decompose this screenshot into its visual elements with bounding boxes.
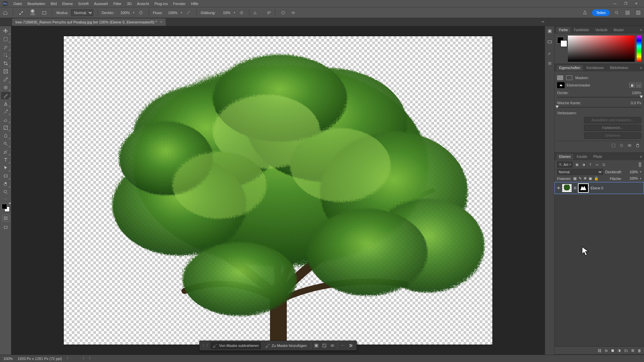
edit-toolbar-button[interactable]: ⋯ xyxy=(1,196,10,201)
delete-layer-icon[interactable]: 🗑 xyxy=(638,349,641,353)
lock-all-icon[interactable]: 🔒 xyxy=(594,176,599,181)
tab-ebenen[interactable]: Ebenen xyxy=(556,154,573,160)
eyedropper-tool[interactable] xyxy=(1,76,10,83)
panel-menu-button[interactable]: ≡ xyxy=(640,155,642,159)
dock-icon-1[interactable] xyxy=(547,28,553,34)
zoom-level[interactable]: 100% xyxy=(3,357,13,361)
blur-tool[interactable] xyxy=(1,132,10,139)
layer-opacity-value[interactable] xyxy=(624,170,638,174)
invert-button[interactable]: Umkehren xyxy=(584,132,641,139)
layer-filter-toggle[interactable] xyxy=(639,162,641,167)
select-and-mask-button[interactable]: Auswählen und maskieren... xyxy=(584,117,641,123)
menu-3d[interactable]: 3D xyxy=(124,2,134,6)
mask-overlay-toggle[interactable] xyxy=(313,343,319,349)
toolbar-settings-button[interactable] xyxy=(348,343,354,349)
apply-mask-icon[interactable] xyxy=(619,143,624,148)
tab-farbfelder[interactable]: Farbfelder xyxy=(571,27,592,33)
disable-mask-icon[interactable] xyxy=(627,143,632,148)
smoothing-value[interactable]: 10% xyxy=(218,11,230,15)
layer-visibility-toggle[interactable]: 👁 xyxy=(556,186,561,190)
lock-artboard-icon[interactable]: ▣ xyxy=(589,176,592,181)
add-to-mask-button[interactable]: Zu Maske hinzufügen xyxy=(263,342,309,349)
layer-mask-thumbnail[interactable] xyxy=(579,184,588,192)
share-button[interactable]: Teilen xyxy=(592,9,610,16)
opacity-pressure-button[interactable] xyxy=(137,9,145,16)
quick-mask-toggle[interactable] xyxy=(2,215,9,222)
menu-datei[interactable]: Datei xyxy=(11,2,25,6)
lasso-tool[interactable] xyxy=(1,44,10,51)
layer-filter-kind[interactable]: Art ▾ xyxy=(557,162,573,168)
subtract-from-mask-button[interactable]: Von Maske subtrahieren xyxy=(210,342,261,349)
tab-pfade[interactable]: Pfade xyxy=(591,154,605,160)
dock-icon-2[interactable] xyxy=(547,39,553,45)
search-button[interactable] xyxy=(613,9,621,16)
menu-bearbeiten[interactable]: Bearbeiten xyxy=(25,2,48,6)
menu-filter[interactable]: Filter xyxy=(111,2,124,6)
new-group-icon[interactable]: 🗀 xyxy=(624,349,628,353)
document-canvas[interactable] xyxy=(64,36,492,345)
tab-eigenschaften[interactable]: Eigenschaften xyxy=(556,65,583,71)
screen-mode-button[interactable] xyxy=(1,225,10,231)
healing-brush-tool[interactable] xyxy=(1,84,10,91)
chevron-down-icon[interactable]: ▾ xyxy=(181,11,182,14)
document-tab[interactable]: tree-7186835_Ramon Perucho auf Pixabay.j… xyxy=(12,18,166,26)
foreground-color-swatch[interactable] xyxy=(2,204,7,209)
filter-pixel-icon[interactable]: ▦ xyxy=(575,162,579,167)
pen-tool[interactable] xyxy=(1,148,10,156)
airbrush-button[interactable] xyxy=(185,9,192,16)
menu-bild[interactable]: Bild xyxy=(48,2,59,6)
crop-tool[interactable] xyxy=(1,60,10,67)
filter-adjustment-icon[interactable]: ◑ xyxy=(581,162,586,167)
zoom-tool[interactable] xyxy=(1,188,10,196)
add-vector-mask-button[interactable]: ▭ xyxy=(636,83,641,87)
link-layers-icon[interactable]: ⛓ xyxy=(598,349,601,353)
symmetry-button[interactable] xyxy=(289,9,297,16)
lock-pixels-icon[interactable]: ✎ xyxy=(579,176,582,181)
layer-blend-mode-select[interactable]: Normal xyxy=(557,169,603,175)
window-close-button[interactable]: ✕ xyxy=(631,1,641,7)
frame-tool[interactable] xyxy=(1,68,10,75)
angle-value[interactable]: 0° xyxy=(259,11,271,15)
panel-menu-button[interactable]: ≡ xyxy=(640,28,642,32)
quick-selection-tool[interactable] xyxy=(1,52,10,59)
history-brush-tool[interactable] xyxy=(1,108,10,115)
more-options-button[interactable]: ⋯ xyxy=(340,343,346,349)
dock-icon-3[interactable] xyxy=(547,50,553,56)
tab-verlaeufe[interactable]: Verläufe xyxy=(593,27,610,33)
filter-type-icon[interactable]: T xyxy=(588,162,593,167)
new-adjustment-layer-icon[interactable]: ◑ xyxy=(618,348,621,353)
arrange-documents-button[interactable] xyxy=(624,9,631,16)
new-layer-icon[interactable]: ⊞ xyxy=(631,348,634,353)
vector-mask-icon[interactable] xyxy=(566,75,572,80)
grip-icon[interactable]: ⋮⋮ xyxy=(202,343,208,349)
foreground-background-colors[interactable]: ⇄ xyxy=(2,204,10,212)
feather-slider[interactable] xyxy=(557,107,641,108)
window-restore-button[interactable]: ❐ xyxy=(621,1,631,7)
menu-ebene[interactable]: Ebene xyxy=(59,2,75,6)
add-pixel-mask-button[interactable]: ◼ xyxy=(629,83,635,87)
menu-hilfe[interactable]: Hilfe xyxy=(188,2,201,6)
move-tool[interactable] xyxy=(1,27,10,35)
tab-korrekturen[interactable]: Korrekturen xyxy=(584,65,606,71)
hand-tool[interactable] xyxy=(1,180,10,188)
lock-position-icon[interactable]: ✥ xyxy=(584,176,587,181)
layer-fx-icon[interactable]: fx xyxy=(605,349,608,353)
tab-bibliotheken[interactable]: Bibliotheken xyxy=(607,65,631,71)
layer-name[interactable]: Ebene 0 xyxy=(591,186,603,190)
timeline-chevron-left[interactable]: 〈 xyxy=(81,356,84,361)
smoothing-options-button[interactable] xyxy=(238,9,245,16)
tab-close-button[interactable]: × xyxy=(160,20,162,24)
density-value[interactable]: 100% xyxy=(632,91,641,95)
beaker-button[interactable] xyxy=(581,9,589,16)
saturation-brightness-field[interactable] xyxy=(568,36,635,62)
density-slider[interactable] xyxy=(557,97,641,98)
load-selection-from-mask-icon[interactable] xyxy=(611,143,616,148)
window-minimize-button[interactable]: — xyxy=(610,1,620,7)
delete-mask-icon[interactable] xyxy=(635,143,640,148)
doc-info-chevron[interactable]: 〉 xyxy=(67,356,70,361)
home-button[interactable] xyxy=(2,9,9,16)
size-pressure-button[interactable] xyxy=(279,9,287,16)
eraser-tool[interactable] xyxy=(1,116,10,123)
opacity-value[interactable]: 100% xyxy=(118,11,130,15)
timeline-chevron-right[interactable]: 〉 xyxy=(89,356,92,361)
